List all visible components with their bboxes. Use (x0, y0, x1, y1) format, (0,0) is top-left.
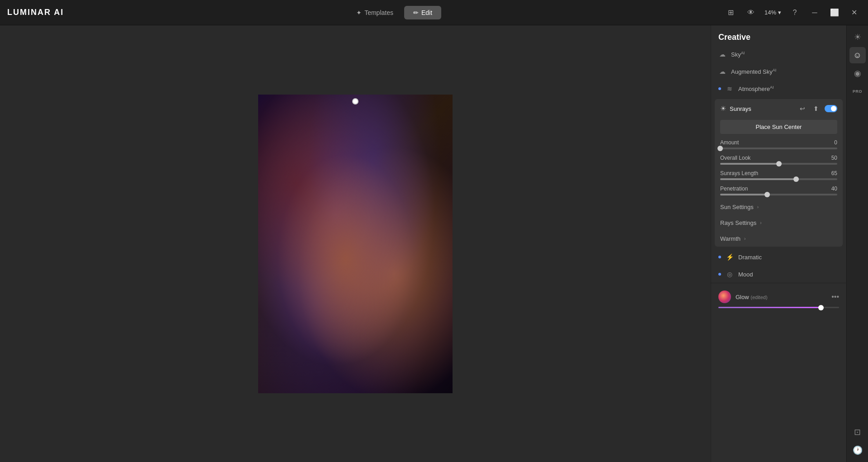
edit-tab[interactable]: ✏ Edit (404, 6, 441, 19)
right-panel: Creative ☁ SkyAI ☁ Augmented SkyAI ≋ Atm… (711, 25, 846, 462)
close-button[interactable]: ✕ (848, 6, 861, 19)
edit-icon: ✏ (413, 9, 419, 16)
rays-settings-item[interactable]: Rays Settings › (715, 215, 843, 231)
app-logo: LUMINAR AI (7, 8, 64, 17)
glow-thumb[interactable] (818, 305, 824, 310)
glow-fill (718, 307, 821, 308)
mood-label: Mood (738, 271, 753, 278)
maximize-button[interactable]: ⬜ (828, 6, 841, 19)
sunrays-toggle[interactable] (825, 105, 837, 112)
sunrays-icon: ☀ (720, 105, 726, 113)
eye-button[interactable]: 👁 (745, 6, 757, 19)
overall-look-slider[interactable] (720, 163, 837, 165)
glow-label: Glow (edited) (736, 294, 827, 300)
help-button[interactable]: ? (788, 6, 801, 19)
bottom-section: Glow (edited) ••• (711, 283, 846, 315)
sunrays-length-slider-row: Sunrays Length 65 (715, 168, 843, 184)
edit-label: Edit (421, 9, 432, 16)
glow-slider[interactable] (718, 307, 839, 308)
warmth-item[interactable]: Warmth › (715, 231, 843, 247)
photo (258, 95, 453, 393)
penetration-slider[interactable] (720, 194, 837, 195)
warmth-arrow-icon: › (744, 236, 745, 241)
templates-tab[interactable]: ✦ Templates (347, 6, 402, 19)
face-icon-button[interactable]: ☺ (849, 47, 866, 63)
sunrays-length-fill (720, 178, 796, 180)
augmented-sky-item[interactable]: ☁ Augmented SkyAI (711, 63, 846, 80)
atmosphere-label: AtmosphereAI (738, 85, 774, 92)
warmth-label: Warmth (720, 235, 741, 242)
amount-label: Amount (720, 139, 739, 146)
minimize-button[interactable]: ─ (808, 6, 821, 19)
zoom-display: 14% ▾ (764, 9, 781, 16)
overall-look-value: 50 (831, 155, 837, 161)
mood-icon: ◎ (726, 270, 734, 278)
sky-item[interactable]: ☁ SkyAI (711, 46, 846, 63)
adjust-icon-button[interactable]: ☀ (849, 29, 866, 45)
augmented-sky-label: Augmented SkyAI (731, 68, 776, 75)
logo-text: LUMINAR AI (7, 8, 64, 17)
dramatic-dot (718, 256, 721, 258)
icon-sidebar: ☀ ☺ ◉ PRO ⊡ 🕐 (846, 25, 868, 462)
layers-icon-button[interactable]: ⊡ (849, 424, 866, 440)
place-sun-button[interactable]: Place Sun Center (720, 120, 837, 134)
toggle-knob (831, 106, 836, 111)
sun-settings-label: Sun Settings (720, 204, 754, 210)
canvas-area (0, 25, 711, 462)
history-icon-button[interactable]: 🕐 (849, 442, 866, 458)
penetration-slider-row: Penetration 40 (715, 184, 843, 199)
atmosphere-icon: ≋ (726, 85, 734, 93)
dramatic-icon: ⚡ (726, 253, 734, 261)
sky-icon: ☁ (718, 50, 726, 58)
sun-settings-item[interactable]: Sun Settings › (715, 199, 843, 215)
pro-label: PRO (853, 89, 862, 94)
glow-avatar (718, 291, 731, 303)
photo-overlay (258, 95, 453, 393)
dramatic-label: Dramatic (738, 254, 762, 261)
sunrays-up-button[interactable]: ⬆ (811, 104, 821, 114)
overall-look-fill (720, 163, 779, 165)
sun-center-point[interactable] (352, 98, 359, 105)
topbar: LUMINAR AI ✦ Templates ✏ Edit ⊞ 👁 14% ▾ … (0, 0, 868, 25)
sunrays-back-button[interactable]: ↩ (797, 104, 807, 114)
topbar-left: LUMINAR AI (7, 8, 64, 17)
zoom-value: 14% (764, 9, 776, 16)
mood-item[interactable]: ◎ Mood (711, 266, 846, 283)
pro-icon-button[interactable]: PRO (849, 83, 866, 100)
sun-settings-arrow-icon: › (757, 205, 759, 210)
sunrays-length-thumb[interactable] (793, 176, 799, 182)
dramatic-item[interactable]: ⚡ Dramatic (711, 248, 846, 266)
augmented-sky-icon: ☁ (718, 67, 726, 76)
templates-label: Templates (364, 9, 393, 16)
glow-more-button[interactable]: ••• (831, 293, 839, 301)
templates-icon: ✦ (356, 9, 362, 16)
sunrays-header[interactable]: ☀ Sunrays ↩ ⬆ (715, 99, 843, 118)
topbar-center: ✦ Templates ✏ Edit (347, 6, 441, 19)
amount-value: 0 (834, 139, 837, 146)
penetration-fill (720, 194, 767, 195)
sunrays-section: ☀ Sunrays ↩ ⬆ Place Sun Center Amount 0 (715, 99, 843, 247)
sunrays-title: Sunrays (730, 105, 794, 112)
sunrays-length-value: 65 (831, 170, 837, 176)
sunrays-length-label: Sunrays Length (720, 170, 758, 176)
glow-item[interactable]: Glow (edited) ••• (711, 287, 846, 307)
overall-look-label: Overall Look (720, 155, 750, 161)
rays-settings-arrow-icon: › (760, 220, 761, 225)
penetration-value: 40 (831, 186, 837, 192)
overall-look-thumb[interactable] (776, 161, 782, 167)
mood-dot (718, 273, 721, 276)
sunrays-controls: ↩ ⬆ (797, 104, 837, 114)
rays-settings-label: Rays Settings (720, 219, 756, 226)
sunrays-length-slider[interactable] (720, 178, 837, 180)
sky-label: SkyAI (731, 51, 745, 58)
grid-view-button[interactable]: ⊞ (725, 6, 737, 19)
amount-slider[interactable] (720, 148, 837, 149)
atmosphere-dot (718, 87, 721, 90)
amount-slider-row: Amount 0 (715, 138, 843, 153)
creative-icon-button[interactable]: ◉ (849, 65, 866, 81)
penetration-thumb[interactable] (764, 192, 770, 197)
panel-title: Creative (711, 25, 846, 46)
amount-thumb[interactable] (717, 146, 723, 151)
main-content: Creative ☁ SkyAI ☁ Augmented SkyAI ≋ Atm… (0, 25, 868, 462)
atmosphere-item[interactable]: ≋ AtmosphereAI (711, 80, 846, 97)
